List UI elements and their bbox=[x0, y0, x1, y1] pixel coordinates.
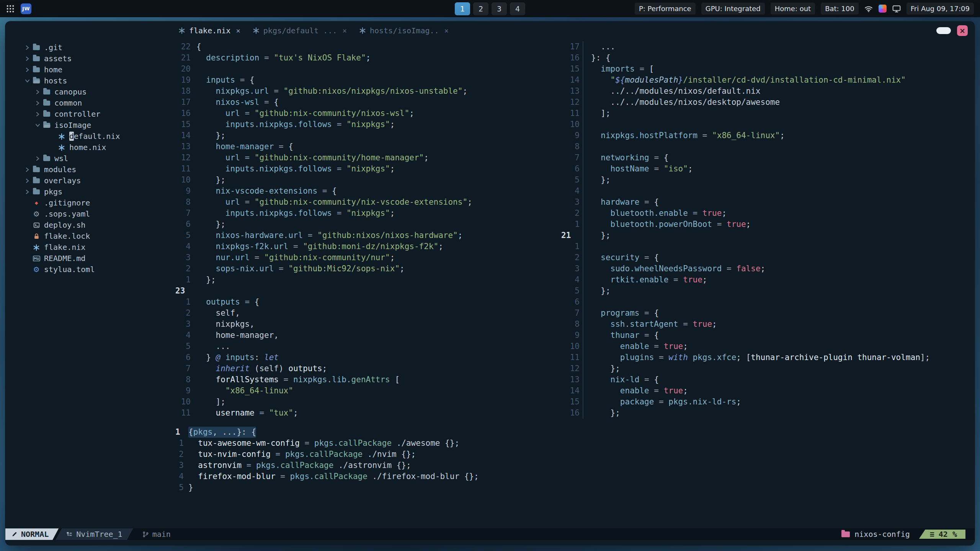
code-line[interactable]: 1{pkgs, ...}: { bbox=[174, 427, 975, 438]
code-line[interactable]: 3 nixpkgs, bbox=[174, 319, 560, 330]
workspace-1[interactable]: 1 bbox=[455, 2, 470, 15]
code-line[interactable]: 11 inputs.nixpkgs.follows = "nixpkgs"; bbox=[174, 163, 560, 174]
code-line[interactable]: 8 forAllSystems = nixpkgs.lib.genAttrs [ bbox=[174, 374, 560, 385]
chevron-right-icon[interactable] bbox=[33, 156, 42, 161]
workspace-3[interactable]: 3 bbox=[492, 2, 507, 15]
code-line[interactable]: 8 url = "github:nix-community/nix-vscode… bbox=[174, 197, 560, 208]
editor-pane-flake-nix[interactable]: 22{21 description = "tux's NixOS Flake";… bbox=[174, 40, 560, 419]
code-line[interactable]: 4 home-manager, bbox=[174, 330, 560, 341]
chevron-right-icon[interactable] bbox=[23, 67, 31, 72]
code-line[interactable]: 13 home-manager = { bbox=[174, 141, 560, 152]
tab-close-icon[interactable]: × bbox=[444, 26, 449, 35]
code-line[interactable]: 21 }; bbox=[560, 230, 975, 241]
tab-close-icon[interactable]: × bbox=[342, 26, 346, 35]
code-line[interactable]: 9 thunar = { bbox=[560, 330, 975, 341]
code-line[interactable]: 5 ... bbox=[174, 341, 560, 352]
code-line[interactable]: 5 }; bbox=[560, 285, 975, 297]
tree-item[interactable]: assets bbox=[5, 53, 174, 64]
tree-item[interactable]: controller bbox=[5, 109, 174, 120]
tree-item[interactable]: deploy.sh bbox=[5, 220, 174, 231]
code-line[interactable]: 18 nixpkgs.url = "github:nixos/nixpkgs/n… bbox=[174, 86, 560, 97]
code-line[interactable]: 15 package = pkgs.nix-ld-rs; bbox=[560, 396, 975, 408]
tree-item[interactable]: ⚙.sops.yaml bbox=[5, 209, 174, 220]
tab-close-icon[interactable]: × bbox=[236, 26, 240, 35]
chevron-right-icon[interactable] bbox=[23, 189, 31, 194]
workspace-4[interactable]: 4 bbox=[510, 2, 525, 15]
code-line[interactable]: 9 "x86_64-linux" bbox=[174, 385, 560, 396]
titlebar-toggle-button[interactable] bbox=[936, 27, 951, 34]
code-line[interactable]: 23 bbox=[174, 285, 560, 297]
code-line[interactable]: 1 bbox=[560, 241, 975, 252]
code-line[interactable]: 19 inputs = { bbox=[174, 75, 560, 86]
tree-item[interactable]: modules bbox=[5, 164, 174, 175]
code-line[interactable]: 3 nur.url = "github:nix-community/nur"; bbox=[174, 252, 560, 263]
code-line[interactable]: 1 outputs = { bbox=[174, 297, 560, 308]
chevron-down-icon[interactable] bbox=[33, 123, 42, 128]
code-line[interactable]: 15 imports = [ bbox=[560, 64, 975, 75]
code-line[interactable]: 10 }; bbox=[174, 174, 560, 186]
workspace-2[interactable]: 2 bbox=[473, 2, 488, 15]
code-line[interactable]: 17 nixos-wsl = { bbox=[174, 97, 560, 108]
code-line[interactable]: 11 plugins = with pkgs.xfce; [thunar-arc… bbox=[560, 352, 975, 363]
tree-item[interactable]: common bbox=[5, 98, 174, 109]
code-line[interactable]: 8 bbox=[560, 141, 975, 152]
code-line[interactable]: 17 ... bbox=[560, 41, 975, 52]
code-line[interactable]: 2 sops-nix.url = "github:Mic92/sops-nix"… bbox=[174, 263, 560, 274]
code-line[interactable]: 9 nix-vscode-extensions = { bbox=[174, 186, 560, 197]
chevron-right-icon[interactable] bbox=[33, 101, 42, 106]
tree-item[interactable]: default.nix bbox=[5, 131, 174, 142]
code-line[interactable]: 9 nixpkgs.hostPlatform = "x86_64-linux"; bbox=[560, 130, 975, 141]
code-line[interactable]: 2 security = { bbox=[560, 252, 975, 263]
chevron-right-icon[interactable] bbox=[23, 45, 31, 50]
code-line[interactable]: 2 bluetooth.enable = true; bbox=[560, 208, 975, 219]
editor-pane-pkgs-default-nix[interactable]: 1{pkgs, ...}: {1 tux-awesome-wm-config =… bbox=[174, 425, 975, 493]
chevron-right-icon[interactable] bbox=[23, 167, 31, 172]
code-line[interactable]: 4 rtkit.enable = true; bbox=[560, 274, 975, 285]
tree-item[interactable]: home bbox=[5, 64, 174, 75]
code-line[interactable]: 4 bbox=[560, 186, 975, 197]
tree-item[interactable]: home.nix bbox=[5, 142, 174, 153]
code-line[interactable]: 12 ../../modules/nixos/desktop/awesome bbox=[560, 97, 975, 108]
tree-item[interactable]: .git bbox=[5, 42, 174, 53]
code-line[interactable]: 13 ../../modules/nixos/default.nix bbox=[560, 86, 975, 97]
code-line[interactable]: 2 tux-nvim-config = pkgs.callPackage ./n… bbox=[174, 449, 975, 460]
code-line[interactable]: 15 inputs.nixpkgs.follows = "nixpkgs"; bbox=[174, 119, 560, 130]
tree-item[interactable]: wsl bbox=[5, 153, 174, 164]
tree-item[interactable]: pkgs bbox=[5, 186, 174, 197]
tree-item[interactable]: ⚙stylua.toml bbox=[5, 264, 174, 275]
code-line[interactable]: 1 tux-awesome-wm-config = pkgs.callPacka… bbox=[174, 438, 975, 449]
window-close-button[interactable]: × bbox=[957, 25, 968, 36]
chevron-right-icon[interactable] bbox=[23, 178, 31, 183]
code-line[interactable]: 2 self, bbox=[174, 308, 560, 319]
code-line[interactable]: 7 networking = { bbox=[560, 152, 975, 163]
code-line[interactable]: 1 bluetooth.powerOnBoot = true; bbox=[560, 219, 975, 230]
tree-item[interactable]: README.md bbox=[5, 253, 174, 264]
code-line[interactable]: 6 hostName = "iso"; bbox=[560, 163, 975, 174]
code-line[interactable]: 20 bbox=[174, 64, 560, 75]
code-line[interactable]: 3 sudo.wheelNeedsPassword = false; bbox=[560, 263, 975, 274]
tree-item[interactable]: ◆.gitignore bbox=[5, 197, 174, 209]
code-line[interactable]: 4 firefox-mod-blur = pkgs.callPackage ./… bbox=[174, 471, 975, 482]
code-line[interactable]: 3 hardware = { bbox=[560, 197, 975, 208]
tree-item[interactable]: flake.nix bbox=[5, 242, 174, 253]
code-line[interactable]: 5 nixos-hardware.url = "github:nixos/nix… bbox=[174, 230, 560, 241]
code-line[interactable]: 6 }; bbox=[174, 219, 560, 230]
display-icon[interactable] bbox=[892, 5, 901, 13]
tree-item[interactable]: overlays bbox=[5, 175, 174, 186]
code-line[interactable]: 12 url = "github:nix-community/home-mana… bbox=[174, 152, 560, 163]
code-line[interactable]: 11 username = "tux"; bbox=[174, 408, 560, 419]
code-line[interactable]: 5} bbox=[174, 482, 975, 493]
tab-3[interactable]: hosts/isoImag..× bbox=[359, 26, 449, 35]
tab-1[interactable]: flake.nix× bbox=[178, 26, 240, 35]
code-line[interactable]: 8 ssh.startAgent = true; bbox=[560, 319, 975, 330]
code-line[interactable]: 7 inherit (self) outputs; bbox=[174, 363, 560, 374]
tab-2[interactable]: pkgs/default ...× bbox=[253, 26, 347, 35]
logo-badge[interactable]: JW bbox=[21, 3, 31, 14]
code-line[interactable]: 21 description = "tux's NixOS Flake"; bbox=[174, 52, 560, 64]
tree-item[interactable]: isoImage bbox=[5, 120, 174, 131]
chevron-right-icon[interactable] bbox=[23, 56, 31, 61]
code-line[interactable]: 16 }; bbox=[560, 408, 975, 419]
tree-item[interactable]: hosts bbox=[5, 75, 174, 86]
code-line[interactable]: 7 programs = { bbox=[560, 308, 975, 319]
code-line[interactable]: 16 url = "github:nix-community/nixos-wsl… bbox=[174, 108, 560, 119]
